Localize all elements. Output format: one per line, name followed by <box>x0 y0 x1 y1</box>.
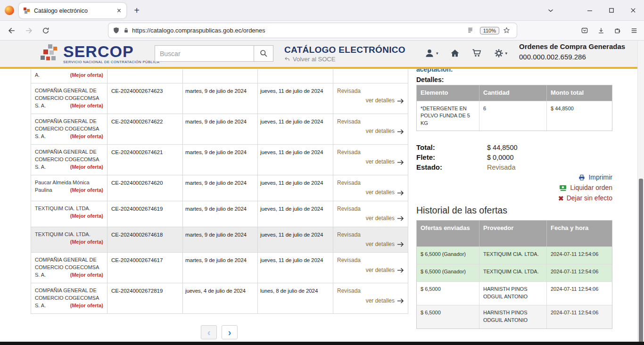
zoom-level-badge[interactable]: 110% <box>480 27 499 34</box>
ver-detalles-link[interactable]: ver detalles <box>366 189 404 197</box>
order-code-cell: CE-20240002674619 <box>107 201 183 227</box>
history-row: $ 6,5000 (Ganador)TEXTIQUIM CIA. LTDA.20… <box>417 246 612 264</box>
best-offer-label: (Mejor oferta) <box>70 72 103 79</box>
status-cell: Revisadaver detalles <box>333 201 408 227</box>
reader-view-icon[interactable] <box>466 26 474 34</box>
delivery-date-cell: jueves, 11 de julio de 2024 <box>258 83 333 114</box>
search-button[interactable] <box>254 45 273 62</box>
return-icon <box>284 56 290 62</box>
history-row: $ 6,5000HARNISTH PINOS ODGUIL ANTONIO202… <box>417 281 612 305</box>
main-content: A. (Mejor oferta)COMPAÑIA GENERAL DE COM… <box>0 69 637 345</box>
back-button[interactable] <box>4 23 20 39</box>
pagination-prev-button[interactable]: ‹ <box>201 325 217 339</box>
status-cell: Revisadaver detalles <box>333 83 408 114</box>
page-scrollbar[interactable] <box>637 41 644 345</box>
lock-icon[interactable] <box>123 27 130 34</box>
order-code-cell: CE-20240002674618 <box>107 227 183 253</box>
bookmark-star-icon[interactable] <box>503 26 511 34</box>
status-cell: Revisadaver detalles <box>333 114 408 144</box>
url-bar[interactable]: https://catalogo.compraspublicas.gob.ec/… <box>108 23 517 38</box>
history-header-ofertas: Ofertas enviadas <box>417 221 479 246</box>
offer-provider: TEXTIQUIM CIA. LTDA. <box>479 247 547 264</box>
liquidar-orden-label: Liquidar orden <box>570 184 612 192</box>
ver-detalles-link[interactable]: ver detalles <box>366 297 404 305</box>
tracking-shield-icon[interactable] <box>112 26 120 34</box>
cart-button[interactable] <box>471 48 482 58</box>
ver-detalles-label: ver detalles <box>366 158 395 166</box>
best-offer-label: (Mejor oferta) <box>70 102 103 110</box>
search-input[interactable] <box>155 45 254 62</box>
scrollbar-thumb[interactable] <box>639 179 643 343</box>
orders-table-body: A. (Mejor oferta)COMPAÑIA GENERAL DE COM… <box>31 69 408 314</box>
ver-detalles-link[interactable]: ver detalles <box>366 240 404 248</box>
user-menu-button[interactable]: ▾ <box>424 48 438 58</box>
details-row: *DETERGENTE EN POLVO FUNDA DE 5 KG 6 $ 4… <box>417 101 612 131</box>
pocket-icon[interactable] <box>576 23 593 39</box>
browser-navbar: https://catalogo.compraspublicas.gob.ec/… <box>0 21 644 41</box>
estado-value: Revisada <box>487 164 515 171</box>
browser-tab[interactable]: Catálogo electrónico × <box>19 3 126 18</box>
tab-close-icon[interactable]: × <box>116 7 122 15</box>
best-offer-label: (Mejor oferta) <box>70 164 103 171</box>
forward-button[interactable] <box>21 23 37 39</box>
ver-detalles-link[interactable]: ver detalles <box>366 97 404 105</box>
ver-detalles-link[interactable]: ver detalles <box>366 266 404 274</box>
reload-button[interactable] <box>38 23 54 39</box>
history-header-fecha: Fecha y hora <box>547 221 612 246</box>
order-date-cell: martes, 9 de julio de 2024 <box>183 253 258 283</box>
offer-datetime: 2024-07-11 12:54:06 <box>547 282 612 305</box>
window-minimize-button[interactable] <box>579 0 601 21</box>
sercop-logo[interactable]: SERCOP SERVICIO NACIONAL DE CONTRATACIÓN… <box>40 43 159 65</box>
volver-soce-link[interactable]: Volver al SOCE <box>284 56 335 63</box>
arrow-right-icon <box>397 129 404 134</box>
tab-list-chevron-icon[interactable] <box>542 4 559 17</box>
chevron-down-icon: ▾ <box>505 51 508 56</box>
history-row: $ 6,5000 (Ganador)TEXTIQUIM CIA. LTDA.20… <box>417 264 612 281</box>
order-code-cell: CE-20240002674620 <box>107 175 183 201</box>
total-label: Total: <box>416 144 487 151</box>
provider-cell: COMPAÑIA GENERAL DE COMERCIO COGECOMSA S… <box>31 83 107 114</box>
gear-icon <box>494 48 504 58</box>
offer-datetime: 2024-07-11 12:54:06 <box>547 264 612 281</box>
delivery-date-cell: jueves, 11 de julio de 2024 <box>258 145 333 175</box>
order-row: TEXTIQUIM CIA. LTDA. (Mejor oferta)CE-20… <box>31 201 408 227</box>
arrow-right-icon <box>397 99 404 104</box>
site-header: SERCOP SERVICIO NACIONAL DE CONTRATACIÓN… <box>0 41 644 67</box>
details-table: Elemento Cantidad Monto total *DETERGENT… <box>416 85 612 131</box>
menu-icon[interactable] <box>626 23 642 39</box>
ver-detalles-link[interactable]: ver detalles <box>366 158 404 166</box>
arrow-right-icon <box>397 160 404 165</box>
imprimir-link[interactable]: Imprimir <box>578 173 612 181</box>
downloads-icon[interactable] <box>593 23 609 39</box>
orders-generated-info: Ordenes de Compra Generadas 000.000.002.… <box>519 42 632 61</box>
order-date-cell: martes, 9 de julio de 2024 <box>183 201 258 227</box>
arrow-right-icon <box>397 216 404 221</box>
extensions-icon[interactable] <box>609 23 626 39</box>
liquidar-orden-link[interactable]: Liquidar orden <box>559 184 612 192</box>
dejar-sin-efecto-link[interactable]: ✖ Dejar sin efecto <box>558 194 612 202</box>
history-header-proveedor: Proveedor <box>479 221 547 246</box>
partial-acceptance-text: aceptación. <box>416 69 612 73</box>
order-status: Revisada <box>337 87 404 95</box>
money-icon <box>559 185 567 191</box>
window-close-button[interactable] <box>622 0 644 21</box>
history-row: $ 6,5000HARNISTH PINOS ODGUIL ANTONIO202… <box>417 305 612 329</box>
ver-detalles-link[interactable]: ver detalles <box>366 214 404 222</box>
estado-label: Estado: <box>416 164 487 171</box>
new-tab-button[interactable]: + <box>130 4 143 17</box>
offer-datetime: 2024-07-11 12:54:06 <box>547 305 612 329</box>
best-offer-label: (Mejor oferta) <box>70 133 103 140</box>
best-offer-label: (Mejor oferta) <box>70 271 103 279</box>
order-totals: Total: $ 44,8500 Flete: $ 0,0000 Estado:… <box>416 144 612 171</box>
ver-detalles-link[interactable]: ver detalles <box>366 127 404 135</box>
pagination-next-button[interactable]: › <box>222 325 238 339</box>
provider-cell: COMPAÑIA GENERAL DE COMERCIO COGECOMSA S… <box>31 253 107 283</box>
settings-menu-button[interactable]: ▾ <box>494 48 508 58</box>
window-maximize-button[interactable] <box>601 0 622 21</box>
home-button[interactable] <box>450 48 460 58</box>
order-date-cell <box>183 69 258 83</box>
sercop-logo-pixels-icon <box>40 43 61 65</box>
firefox-icon[interactable] <box>5 6 14 15</box>
arrow-right-icon <box>397 268 404 273</box>
delivery-date-cell: jueves, 11 de julio de 2024 <box>258 201 333 227</box>
